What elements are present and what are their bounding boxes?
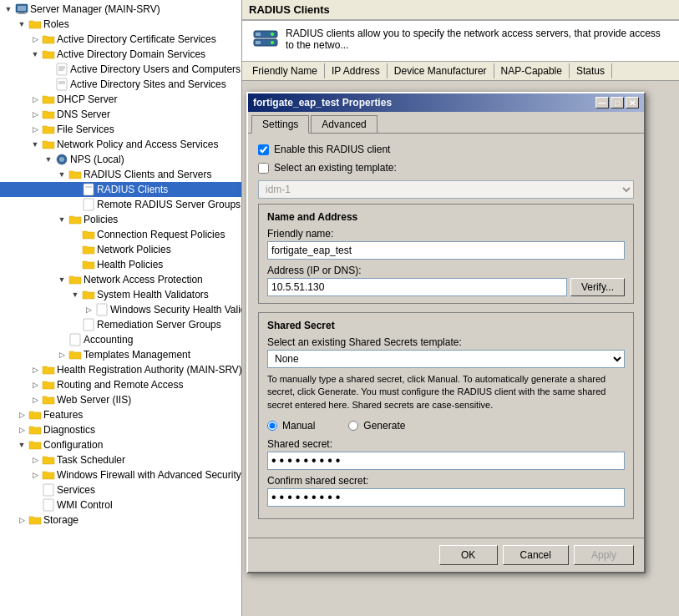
tree-item-ad-domain[interactable]: ▼ Active Directory Domain Services xyxy=(0,47,241,62)
tree-item-firewall[interactable]: ▷ Windows Firewall with Advanced Securit… xyxy=(0,467,241,482)
modal-footer: OK Cancel Apply xyxy=(248,538,644,572)
col-ip: IP Address xyxy=(325,63,388,78)
tree-item-remediation[interactable]: Remediation Server Groups xyxy=(0,317,241,332)
tree-item-accounting[interactable]: Accounting xyxy=(0,332,241,347)
page-icon xyxy=(82,318,95,331)
tree-item-conn-request[interactable]: Connection Request Policies xyxy=(0,227,241,242)
folder-icon xyxy=(42,108,55,121)
template-checkbox[interactable] xyxy=(258,163,269,174)
tree-item-health-reg[interactable]: ▷ Health Registration Authority (MAIN-SR… xyxy=(0,362,241,377)
svg-rect-18 xyxy=(70,334,80,346)
enable-checkbox[interactable] xyxy=(258,144,269,155)
tree-item-task-sched[interactable]: ▷ Task Scheduler xyxy=(0,452,241,467)
ok-button[interactable]: OK xyxy=(439,545,498,565)
folder-icon xyxy=(42,453,55,467)
page-icon xyxy=(82,198,95,211)
friendly-name-label: Friendly name: xyxy=(267,228,625,240)
expander-icon: ▼ xyxy=(55,213,68,226)
expander-icon: ▷ xyxy=(55,348,68,361)
tree-label: Connection Request Policies xyxy=(97,229,240,240)
tree-item-server-manager[interactable]: ▼ Server Manager (MAIN-SRV) xyxy=(0,2,241,17)
tree-item-sys-health[interactable]: ▼ System Health Validators xyxy=(0,287,241,302)
tree-item-remote-radius[interactable]: Remote RADIUS Server Groups xyxy=(0,197,241,212)
verify-button[interactable]: Verify... xyxy=(570,278,625,296)
address-input[interactable] xyxy=(267,278,567,296)
shared-secret-select[interactable]: None xyxy=(267,350,625,368)
tree-label: Storage xyxy=(43,514,240,526)
expander-icon: ▷ xyxy=(15,513,28,527)
shared-secret-input[interactable] xyxy=(267,452,625,470)
tree-item-radius-clients[interactable]: RADIUS Clients xyxy=(0,182,241,197)
svg-point-12 xyxy=(59,157,64,162)
folder-icon xyxy=(42,363,55,376)
expander-icon: ▷ xyxy=(28,378,42,391)
svg-rect-8 xyxy=(57,78,67,90)
radio-manual-row: Manual xyxy=(267,420,315,432)
tree-item-dhcp[interactable]: ▷ DHCP Server xyxy=(0,92,241,107)
tree-item-nps-local[interactable]: ▼ NPS (Local) xyxy=(0,152,241,167)
expander-icon: ▼ xyxy=(55,168,68,181)
expander-icon: ▷ xyxy=(28,108,42,121)
tree-item-web[interactable]: ▷ Web Server (IIS) xyxy=(0,392,241,407)
tree-item-nap[interactable]: ▼ Network Access Protection xyxy=(0,272,241,287)
radio-manual[interactable] xyxy=(267,421,277,431)
confirm-secret-input[interactable] xyxy=(267,488,625,507)
cancel-button[interactable]: Cancel xyxy=(503,545,569,565)
svg-point-23 xyxy=(271,33,274,36)
svg-rect-3 xyxy=(18,13,26,14)
tree-label: Diagnostics xyxy=(43,424,240,436)
expander-icon: ▷ xyxy=(15,408,28,422)
apply-button[interactable]: Apply xyxy=(574,545,634,565)
tree-item-services[interactable]: Services xyxy=(0,482,241,497)
tree-item-ad-users[interactable]: Active Directory Users and Computers xyxy=(0,62,241,77)
tree-item-dns[interactable]: ▷ DNS Server xyxy=(0,107,241,122)
template-label: Select an existing template: xyxy=(274,162,397,174)
confirm-secret-label: Confirm shared secret: xyxy=(267,475,625,487)
tree-item-radius-cs[interactable]: ▼ RADIUS Clients and Servers xyxy=(0,167,241,182)
tree-item-features[interactable]: ▷ Features xyxy=(0,407,241,422)
svg-rect-4 xyxy=(57,63,67,75)
server-icon xyxy=(252,28,279,54)
folder-icon xyxy=(42,393,55,406)
expander-icon: ▷ xyxy=(28,453,42,467)
tree-item-roles[interactable]: ▼ Roles xyxy=(0,17,241,32)
tree-label: System Health Validators xyxy=(97,289,240,300)
close-button[interactable]: ✕ xyxy=(626,97,639,109)
shared-secret-dropdown-container: None xyxy=(267,350,625,368)
col-status: Status xyxy=(570,63,612,78)
tree-item-routing[interactable]: ▷ Routing and Remote Access xyxy=(0,377,241,392)
maximize-button[interactable]: □ xyxy=(611,97,624,109)
tree-item-templates[interactable]: ▷ Templates Management xyxy=(0,347,241,362)
tree-item-network-policies[interactable]: Network Policies xyxy=(0,242,241,257)
tree-item-wmi[interactable]: WMI Control xyxy=(0,497,241,512)
svg-rect-13 xyxy=(84,184,94,195)
friendly-name-input[interactable] xyxy=(267,241,625,260)
folder-icon xyxy=(28,18,42,31)
tree-item-win-sec[interactable]: ▷ Windows Security Health Validators xyxy=(0,302,241,317)
radio-generate[interactable] xyxy=(348,421,358,431)
minimize-button[interactable]: — xyxy=(595,97,609,109)
tree-label: Templates Management xyxy=(84,349,240,361)
tree-label: Task Scheduler xyxy=(57,454,240,466)
modal-tabs: Settings Advanced xyxy=(248,112,644,134)
tab-settings[interactable]: Settings xyxy=(251,115,309,134)
folder-icon xyxy=(28,513,42,527)
tree-item-ad-cert[interactable]: ▷ Active Directory Certificate Services xyxy=(0,32,241,47)
folder-icon xyxy=(82,228,95,241)
tree-item-diagnostics[interactable]: ▷ Diagnostics xyxy=(0,422,241,437)
tree-label: Active Directory Users and Computers xyxy=(70,63,241,75)
svg-rect-2 xyxy=(19,13,24,13)
tree-item-npas[interactable]: ▼ Network Policy and Access Services xyxy=(0,137,241,152)
tree-item-storage[interactable]: ▷ Storage xyxy=(0,512,241,528)
tab-advanced[interactable]: Advanced xyxy=(311,115,377,133)
expander-icon: ▷ xyxy=(28,93,42,106)
tree-label: Server Manager (MAIN-SRV) xyxy=(30,3,240,15)
tree-item-health-policies[interactable]: Health Policies xyxy=(0,257,241,272)
folder-icon xyxy=(28,438,42,452)
tree-item-file[interactable]: ▷ File Services xyxy=(0,122,241,137)
template-select[interactable]: idm-1 xyxy=(258,180,634,199)
tree-item-configuration[interactable]: ▼ Configuration xyxy=(0,437,241,452)
folder-icon xyxy=(42,468,55,482)
tree-item-ad-sites[interactable]: Active Directory Sites and Services xyxy=(0,77,241,92)
tree-item-policies[interactable]: ▼ Policies xyxy=(0,212,241,227)
